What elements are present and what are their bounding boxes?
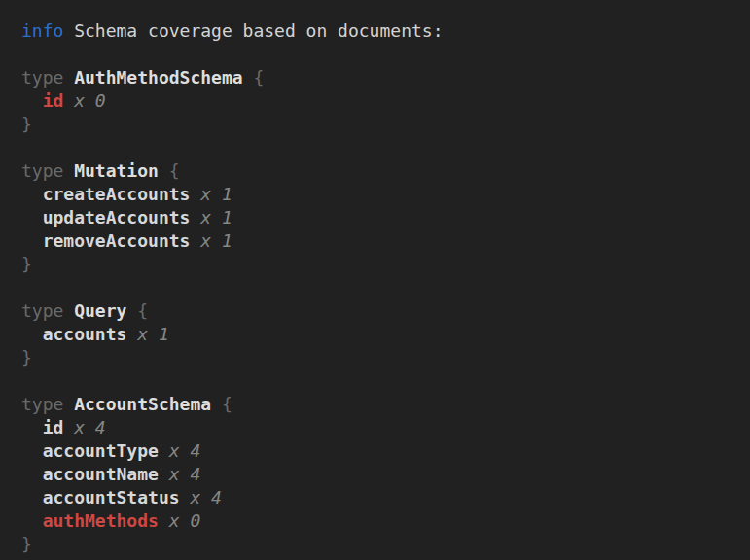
field-coverage-count: x 4 [190, 486, 222, 509]
field-name: accounts [43, 323, 127, 346]
type-close-line: } [21, 253, 734, 276]
field-name-uncovered: id [43, 89, 64, 113]
field-line: removeAccounts x 1 [21, 229, 734, 253]
type-close-line: } [21, 113, 734, 136]
blank-line [21, 369, 734, 393]
type-name: Query [74, 299, 126, 323]
field-coverage-count: x 4 [74, 416, 106, 439]
field-name: accountName [43, 463, 159, 486]
field-line: accountStatus x 4 [21, 486, 734, 509]
open-brace: { [169, 159, 180, 183]
type-keyword: type [21, 299, 63, 323]
field-line: createAccounts x 1 [21, 183, 734, 206]
close-brace: } [21, 113, 32, 136]
field-line: authMethods x 0 [21, 509, 734, 533]
close-brace: } [21, 533, 32, 556]
terminal-output: info Schema coverage based on documents:… [0, 0, 750, 560]
close-brace: } [21, 346, 32, 369]
field-line: updateAccounts x 1 [21, 206, 734, 229]
blank-line [21, 136, 734, 159]
field-name: id [43, 416, 64, 439]
blank-line [21, 43, 734, 66]
field-coverage-count: x 1 [200, 206, 232, 229]
field-coverage-count: x 1 [200, 229, 232, 253]
blank-line [21, 276, 734, 299]
field-line: accountName x 4 [21, 463, 734, 486]
field-coverage-count: x 1 [137, 323, 169, 346]
field-name-uncovered: authMethods [43, 509, 159, 533]
type-block-mutation: type Mutation { createAccounts x 1 updat… [21, 159, 734, 276]
type-block-accountschema: type AccountSchema { id x 4 accountType … [21, 393, 734, 556]
field-coverage-count: x 4 [169, 439, 201, 463]
open-brace: { [253, 66, 264, 89]
type-open-line: type AuthMethodSchema { [21, 66, 734, 89]
field-coverage-count: x 0 [74, 89, 106, 113]
type-name: AuthMethodSchema [74, 66, 242, 89]
field-line: id x 4 [21, 416, 734, 439]
field-name: updateAccounts [43, 206, 191, 229]
field-line: accountType x 4 [21, 439, 734, 463]
field-name: removeAccounts [43, 229, 191, 253]
type-close-line: } [21, 346, 734, 369]
close-brace: } [21, 253, 32, 276]
field-name: createAccounts [43, 183, 191, 206]
type-name: AccountSchema [74, 393, 211, 416]
field-line: accounts x 1 [21, 323, 734, 346]
type-block-authmethodschema: type AuthMethodSchema { id x 0 } [21, 66, 734, 136]
type-keyword: type [21, 393, 63, 416]
field-coverage-count: x 4 [169, 463, 201, 486]
open-brace: { [222, 393, 232, 416]
type-name: Mutation [74, 159, 159, 183]
type-open-line: type AccountSchema { [21, 393, 734, 416]
log-level-info-tag: info [21, 19, 63, 43]
field-line: id x 0 [21, 89, 734, 113]
coverage-header-line: info Schema coverage based on documents: [21, 19, 734, 43]
type-keyword: type [21, 66, 63, 89]
type-open-line: type Mutation { [21, 159, 734, 183]
coverage-header-message: Schema coverage based on documents: [74, 19, 443, 43]
field-coverage-count: x 0 [169, 509, 201, 533]
field-coverage-count: x 1 [200, 183, 232, 206]
type-block-query: type Query { accounts x 1 } [21, 299, 734, 369]
field-name: accountType [43, 439, 159, 463]
type-keyword: type [21, 159, 63, 183]
open-brace: { [137, 299, 148, 323]
field-name: accountStatus [43, 486, 180, 509]
type-open-line: type Query { [21, 299, 734, 323]
type-close-line: } [21, 533, 734, 556]
